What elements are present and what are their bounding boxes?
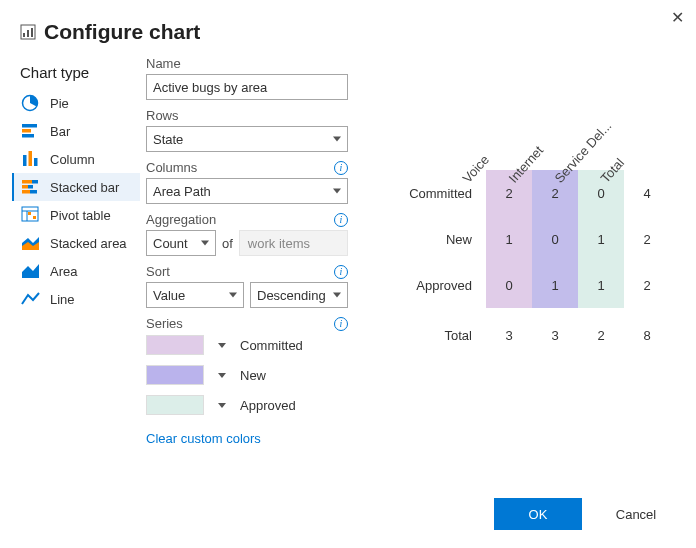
line-icon [20,290,42,308]
pivot-cell: 8 [624,308,670,362]
pivot-cell: 2 [578,308,624,362]
chart-type-stacked-bar[interactable]: Stacked bar [12,173,140,201]
pivot-cell: 3 [532,308,578,362]
svg-rect-15 [22,190,30,194]
chart-type-line[interactable]: Line [12,285,140,313]
aggregation-select[interactable]: Count [146,230,216,256]
chart-type-area[interactable]: Area [12,257,140,285]
pivot-row: New 1 0 1 2 [396,216,670,262]
rows-label: Rows [146,108,179,123]
pivot-row: Approved 0 1 1 2 [396,262,670,308]
pivot-cell: 0 [486,262,532,308]
series-name: New [240,368,266,383]
chart-type-stacked-area[interactable]: Stacked area [12,229,140,257]
pivot-cell: 1 [578,262,624,308]
sort-direction-select[interactable]: Descending [250,282,348,308]
svg-rect-16 [30,190,37,194]
series-item: New [146,365,348,385]
svg-rect-11 [22,180,32,184]
close-icon: ✕ [671,9,684,26]
chart-type-pivot-table[interactable]: Pivot table [12,201,140,229]
chart-type-label: Stacked area [50,236,127,251]
sort-info-icon[interactable]: i [334,265,348,279]
pivot-preview-table: Voice Internet Service Del... Total Comm… [396,106,670,362]
series-color-swatch[interactable] [146,395,204,415]
ok-button[interactable]: OK [494,498,582,530]
dialog-title: Configure chart [44,20,200,44]
chart-dialog-icon [20,24,36,40]
svg-rect-9 [29,151,33,166]
aggregation-info-icon[interactable]: i [334,213,348,227]
cancel-button[interactable]: Cancel [598,498,674,530]
chart-type-label: Pie [50,96,69,111]
svg-rect-2 [27,30,29,37]
pivot-cell: 2 [624,262,670,308]
svg-rect-13 [22,185,28,189]
pivot-cell: 1 [486,216,532,262]
chart-type-label: Area [50,264,77,279]
columns-label: Columns [146,160,197,175]
clear-custom-colors-link[interactable]: Clear custom colors [146,431,261,446]
svg-rect-20 [28,212,31,215]
pivot-cell: 2 [624,216,670,262]
chart-preview: Voice Internet Service Del... Total Comm… [356,56,696,454]
sort-label: Sort [146,264,170,279]
chart-type-header: Chart type [12,60,140,89]
aggregation-label: Aggregation [146,212,216,227]
chevron-down-icon[interactable] [218,373,226,378]
pivot-cell: 1 [578,216,624,262]
series-color-swatch[interactable] [146,335,204,355]
svg-rect-21 [33,216,36,219]
chevron-down-icon[interactable] [218,343,226,348]
series-item: Approved [146,395,348,415]
pivot-cell: 3 [486,308,532,362]
stacked-area-icon [20,234,42,252]
svg-rect-8 [23,155,27,166]
series-name: Approved [240,398,296,413]
svg-rect-3 [31,28,33,37]
svg-rect-14 [28,185,33,189]
aggregation-target: work items [239,230,348,256]
svg-rect-10 [34,158,38,166]
chart-type-sidebar: Chart type Pie Bar Column [12,56,140,454]
pie-icon [20,94,42,112]
svg-rect-12 [32,180,38,184]
pivot-total-row: Total 3 3 2 8 [396,308,670,362]
chart-type-label: Bar [50,124,70,139]
series-item: Committed [146,335,348,355]
chart-type-bar[interactable]: Bar [12,117,140,145]
series-name: Committed [240,338,303,353]
aggregation-of-label: of [222,236,233,251]
svg-rect-5 [22,124,37,128]
chart-config-form: Name Rows State Columns i [140,56,356,454]
pivot-row-header: Approved [396,262,486,308]
chart-type-label: Column [50,152,95,167]
chart-type-label: Pivot table [50,208,111,223]
close-button[interactable]: ✕ [667,4,688,31]
name-label: Name [146,56,181,71]
chevron-down-icon[interactable] [218,403,226,408]
name-input[interactable] [146,74,348,100]
columns-select[interactable]: Area Path [146,178,348,204]
svg-rect-1 [23,33,25,37]
svg-rect-7 [22,134,34,138]
column-icon [20,150,42,168]
rows-select[interactable]: State [146,126,348,152]
pivot-row-header: Total [396,308,486,362]
pivot-row: Committed 2 2 0 4 [396,170,670,216]
pivot-cell: 0 [532,216,578,262]
chart-type-pie[interactable]: Pie [12,89,140,117]
columns-info-icon[interactable]: i [334,161,348,175]
pivot-cell: 1 [532,262,578,308]
series-label: Series [146,316,183,331]
chart-type-column[interactable]: Column [12,145,140,173]
pivot-cell: 4 [624,170,670,216]
chart-type-label: Line [50,292,75,307]
series-color-swatch[interactable] [146,365,204,385]
sort-field-select[interactable]: Value [146,282,244,308]
area-icon [20,262,42,280]
pivot-col-header: Total [624,106,670,170]
series-info-icon[interactable]: i [334,317,348,331]
svg-marker-24 [22,264,39,278]
bar-icon [20,122,42,140]
